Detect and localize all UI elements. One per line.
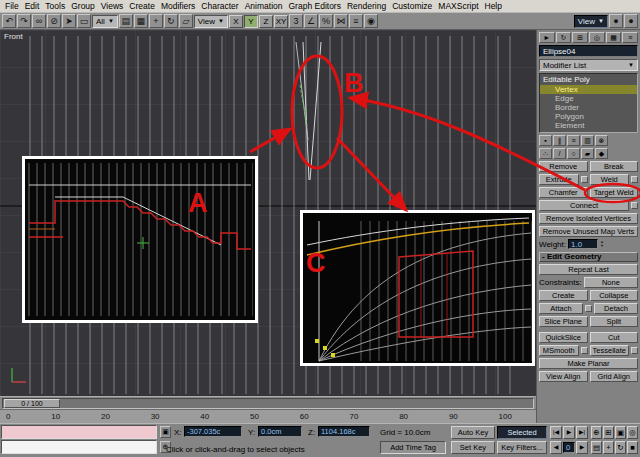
weld-settings-icon[interactable] [631, 176, 638, 183]
select-object-icon[interactable]: ➤ [62, 14, 76, 28]
menu-create[interactable]: Create [126, 0, 158, 12]
menu-views[interactable]: Views [98, 0, 127, 12]
remove-button[interactable]: Remove [539, 161, 588, 172]
hierarchy-tab-icon[interactable]: ⊞ [572, 32, 588, 43]
time-slider-track[interactable]: 0 / 100 [2, 398, 534, 409]
restrict-y-button[interactable]: Y [244, 15, 258, 28]
weld-button[interactable]: Weld [590, 174, 630, 185]
configure-modifier-sets-icon[interactable]: ⊗ [595, 135, 608, 146]
detach-button[interactable]: Detach [594, 303, 638, 314]
connect-button[interactable]: Connect [539, 200, 629, 211]
element-mode-icon[interactable]: ◆ [595, 148, 608, 159]
restrict-z-button[interactable]: Z [259, 15, 273, 28]
menu-tools[interactable]: Tools [42, 0, 68, 12]
viewport-front[interactable]: Front [0, 30, 536, 396]
snap-toggle-icon[interactable]: 3 [289, 14, 303, 28]
menu-maxscript[interactable]: MAXScript [435, 0, 481, 12]
tessellate-settings-icon[interactable] [631, 347, 638, 354]
y-coord-field[interactable]: 0.0cm [258, 426, 302, 437]
mirror-icon[interactable]: ⋈ [334, 14, 348, 28]
next-frame-button[interactable]: ▶ [576, 441, 588, 454]
split-button[interactable]: Split [590, 316, 639, 327]
repeat-last-button[interactable]: Repeat Last [539, 264, 638, 275]
modifier-list-dropdown[interactable]: Modifier List▼ [539, 59, 638, 71]
constraints-dropdown[interactable]: None [584, 277, 638, 288]
chamfer-button[interactable]: Chamfer [539, 187, 588, 198]
modify-tab-icon[interactable]: ↻ [556, 32, 572, 43]
quickslice-button[interactable]: QuickSlice [539, 332, 588, 343]
z-coord-field[interactable]: 1104.168c [318, 426, 370, 437]
move-icon[interactable]: + [149, 14, 163, 28]
utilities-tab-icon[interactable]: ≡ [622, 32, 638, 43]
msmooth-button[interactable]: MSmooth [539, 345, 579, 356]
break-button[interactable]: Break [590, 161, 639, 172]
show-end-result-icon[interactable]: ∥ [553, 135, 566, 146]
menu-file[interactable]: File [2, 0, 22, 12]
selection-filter-dropdown[interactable]: All▼ [92, 15, 118, 28]
viewport-dropdown[interactable]: View▼ [574, 15, 608, 28]
vertex-mode-icon[interactable]: ∴ [539, 148, 552, 159]
object-name-field[interactable]: Ellipse04 [539, 45, 638, 57]
remove-unused-map-verts-button[interactable]: Remove Unused Map Verts [539, 226, 638, 237]
connect-settings-icon[interactable] [631, 202, 638, 209]
stack-edge[interactable]: Edge [540, 94, 637, 103]
cut-button[interactable]: Cut [590, 332, 639, 343]
create-tab-icon[interactable]: ► [539, 32, 555, 43]
current-frame-field[interactable]: 0 [563, 442, 575, 453]
auto-key-button[interactable]: Auto Key [451, 426, 495, 439]
edit-geometry-rollout[interactable]: - Edit Geometry [539, 252, 638, 262]
menu-animation[interactable]: Animation [242, 0, 286, 12]
weight-spinner[interactable]: ▲▼ [600, 240, 604, 248]
play-button[interactable]: ▶ [563, 426, 575, 439]
render-scene-icon[interactable]: ● [609, 14, 623, 28]
stack-border[interactable]: Border [540, 103, 637, 112]
menu-customize[interactable]: Customize [389, 0, 435, 12]
make-unique-icon[interactable]: ≡ [567, 135, 580, 146]
mini-listener-field[interactable] [1, 440, 157, 454]
previous-frame-button[interactable]: ◀ [550, 441, 562, 454]
slice-plane-button[interactable]: Slice Plane [539, 316, 588, 327]
maximize-viewport-icon[interactable]: ■ [627, 441, 638, 454]
select-by-name-icon[interactable]: ▤ [119, 14, 133, 28]
stack-element[interactable]: Element [540, 121, 637, 130]
macro-recorder-field[interactable] [1, 425, 157, 439]
restrict-xy-button[interactable]: XY [274, 15, 288, 28]
add-time-tag[interactable]: Add Time Tag [380, 441, 446, 454]
redo-icon[interactable]: ↷ [17, 14, 31, 28]
pin-stack-icon[interactable]: ▪ [539, 135, 552, 146]
rotate-icon[interactable]: ↻ [164, 14, 178, 28]
align-icon[interactable]: ≡ [349, 14, 363, 28]
time-slider-thumb[interactable]: 0 / 100 [4, 399, 60, 408]
border-mode-icon[interactable]: ○ [567, 148, 580, 159]
go-to-end-button[interactable]: ▶| [576, 426, 588, 439]
pan-icon[interactable]: + [603, 441, 614, 454]
go-to-start-button[interactable]: |◀ [550, 426, 562, 439]
make-planar-button[interactable]: Make Planar [539, 358, 638, 369]
menu-help[interactable]: Help [482, 0, 505, 12]
window-crossing-icon[interactable]: ▦ [134, 14, 148, 28]
zoom-region-icon[interactable]: ◎ [627, 426, 638, 439]
quick-render-icon[interactable]: ● [624, 14, 638, 28]
display-tab-icon[interactable]: ▦ [606, 32, 622, 43]
stack-vertex[interactable]: Vertex [540, 85, 637, 94]
track-bar[interactable]: 0 10 20 30 40 50 60 70 80 90 100 [0, 409, 536, 423]
scale-icon[interactable]: ▱ [179, 14, 193, 28]
edge-mode-icon[interactable]: / [553, 148, 566, 159]
grid-align-button[interactable]: Grid Align [590, 371, 639, 382]
restrict-x-button[interactable]: X [229, 15, 243, 28]
extrude-button[interactable]: Extrude [539, 174, 579, 185]
field-of-view-icon[interactable]: ▤ [591, 441, 602, 454]
key-filters-button[interactable]: Key Filters... [497, 441, 547, 454]
zoom-all-icon[interactable]: ⊞ [603, 426, 614, 439]
x-coord-field[interactable]: -307.035c [184, 426, 242, 437]
menu-modifiers[interactable]: Modifiers [158, 0, 198, 12]
weight-field[interactable]: 1.0 [568, 239, 598, 249]
viewport-label[interactable]: Front [4, 32, 23, 41]
rectangular-region-icon[interactable]: ▭ [77, 14, 91, 28]
percent-snap-icon[interactable]: % [319, 14, 333, 28]
set-key-button[interactable]: Set Key [451, 441, 495, 454]
extrude-settings-icon[interactable] [581, 176, 588, 183]
zoom-icon[interactable]: ⊕ [591, 426, 602, 439]
remove-isolated-vertices-button[interactable]: Remove Isolated Vertices [539, 213, 638, 224]
menu-edit[interactable]: Edit [22, 0, 43, 12]
